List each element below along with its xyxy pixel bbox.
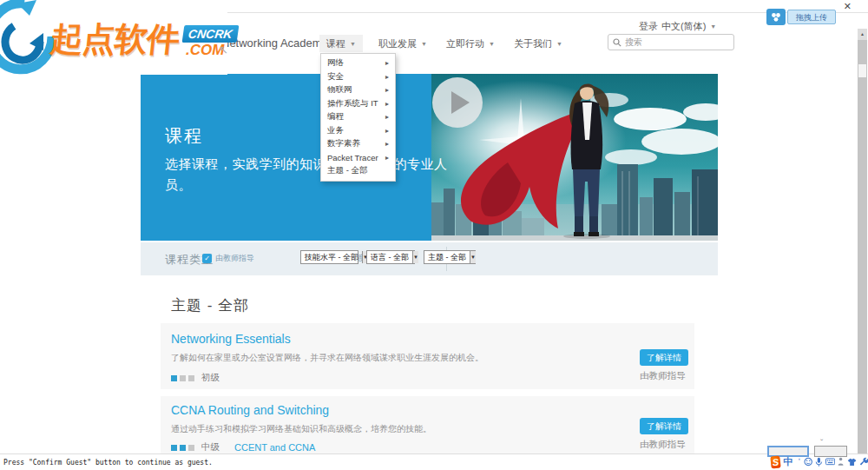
menu-item-iot[interactable]: 物联网▸ xyxy=(321,83,395,97)
sogou-logo-icon[interactable]: S xyxy=(770,455,781,468)
share-icon-glyph xyxy=(770,11,782,23)
menu-item-os-it[interactable]: 操作系统与 IT▸ xyxy=(321,97,395,111)
course-card-ccna: CCNA Routing and Switching 通过动手练习和模拟学习网络… xyxy=(161,396,694,462)
level-label: 中级 xyxy=(201,441,220,453)
topic-value: 主题 - 全部 xyxy=(424,252,470,263)
swirl-logo-icon xyxy=(0,0,54,75)
course-title-link[interactable]: Networking Essentials xyxy=(171,332,291,346)
level-indicator: 初级 xyxy=(171,372,220,384)
instructor-led-label: 由教师指导 xyxy=(215,253,254,264)
screen: ✕ 拖拽上传 起点软件 CNCRK .COM ↖ Networking Acad… xyxy=(0,0,868,470)
submenu-arrow-icon: ▸ xyxy=(385,140,389,148)
nav-about[interactable]: 关于我们 ▼ xyxy=(507,35,569,52)
menu-item-label: 安全 xyxy=(327,71,344,83)
course-card-networking-essentials: Networking Essentials 了解如何在家里或办公室设置网络，并寻… xyxy=(161,323,694,389)
chevron-down-icon: ▼ xyxy=(421,41,427,47)
course-description: 通过动手练习和模拟学习网络基础知识和高级概念，培养您的技能。 xyxy=(171,423,431,435)
level-label: 初级 xyxy=(201,372,220,384)
delivery-mode-label: 由教师指导 xyxy=(640,370,686,382)
upload-extension-overlay[interactable]: 拖拽上传 xyxy=(766,9,836,25)
menu-item-label: Packet Tracer xyxy=(327,153,378,162)
language-selector[interactable]: 中文(简体) ▼ xyxy=(661,20,716,33)
nav-get-started-label: 立即行动 xyxy=(446,37,484,50)
menu-item-business[interactable]: 业务▸ xyxy=(321,124,395,138)
scroll-up-icon[interactable]: ▲ xyxy=(858,29,867,40)
search-input[interactable] xyxy=(625,37,729,47)
netacad-brand[interactable]: Networking Academy xyxy=(221,36,327,50)
scrollbar-thumb[interactable] xyxy=(858,64,866,77)
language-value: 语言 - 全部 xyxy=(367,252,412,263)
submenu-arrow-icon: ▸ xyxy=(385,154,389,162)
wrench-icon[interactable] xyxy=(859,456,868,467)
share-icon[interactable] xyxy=(766,9,786,25)
person-icon[interactable] xyxy=(838,456,844,467)
chevron-down-icon: ▼ xyxy=(350,41,356,47)
chevron-down-icon: ▼ xyxy=(710,23,716,30)
language-label: 中文(简体) xyxy=(661,20,706,33)
level-indicator: 中级 CCENT and CCNA xyxy=(171,441,315,453)
submenu-arrow-icon: ▸ xyxy=(385,73,389,81)
hero-title: 课程 xyxy=(165,124,203,148)
nav-courses[interactable]: 课程 ▼ xyxy=(319,35,363,52)
chevron-down-icon: ▼ xyxy=(489,41,495,47)
ime-language-toggle[interactable]: 中 xyxy=(783,455,792,468)
instructor-led-checkbox[interactable]: ✓ 由教师指导 xyxy=(202,253,254,264)
menu-item-network[interactable]: 网络▸ xyxy=(321,56,395,70)
hero-banner: 课程 选择课程，实践学到的知识，成为抢手的专业人员。 xyxy=(141,74,718,241)
skin-shirt-icon[interactable] xyxy=(847,457,857,467)
nav-about-label: 关于我们 xyxy=(514,37,552,50)
submenu-arrow-icon: ▸ xyxy=(385,127,389,135)
course-title-link[interactable]: CCNA Routing and Switching xyxy=(171,403,329,417)
play-button[interactable] xyxy=(432,77,483,128)
watermark-brand: 起点软件 xyxy=(48,17,181,62)
chevron-down-icon: ▼ xyxy=(556,41,562,47)
page-title: 主题 - 全部 xyxy=(171,295,249,315)
learn-more-button[interactable]: 了解详情 xyxy=(640,418,688,434)
ccent-ccna-link[interactable]: CCENT and CCNA xyxy=(234,442,315,453)
chevron-down-icon: ▼ xyxy=(412,251,418,263)
menu-item-label: 主题 - 全部 xyxy=(327,165,367,176)
nav-courses-label: 课程 xyxy=(326,37,345,50)
keyboard-icon[interactable] xyxy=(825,457,835,467)
drag-upload-button[interactable]: 拖拽上传 xyxy=(787,10,836,24)
ime-punctuation-toggle[interactable]: ＇ xyxy=(795,456,801,467)
courses-dropdown-menu: 网络▸ 安全▸ 物联网▸ 操作系统与 IT▸ 编程▸ 业务▸ 数字素养▸ Pac… xyxy=(320,53,396,182)
menu-item-label: 数字素养 xyxy=(327,138,360,149)
menu-item-label: 编程 xyxy=(327,111,344,122)
nav-careers[interactable]: 职业发展 ▼ xyxy=(372,35,434,52)
status-text: Press "Confirm Guest" button to continue… xyxy=(3,459,213,467)
level-square-filled xyxy=(171,445,177,451)
microphone-icon[interactable] xyxy=(815,456,823,468)
submenu-arrow-icon: ▸ xyxy=(385,100,389,108)
menu-item-digital-literacy[interactable]: 数字素养▸ xyxy=(321,137,395,151)
status-bar: Press "Confirm Guest" button to continue… xyxy=(0,453,868,470)
play-icon xyxy=(451,91,470,114)
menu-item-packet-tracer[interactable]: Packet Tracer▸ xyxy=(321,151,395,165)
nav-careers-label: 职业发展 xyxy=(378,37,417,50)
level-square-empty xyxy=(188,375,194,381)
login-link[interactable]: 登录 xyxy=(639,20,658,33)
ime-toolbar: S 中 ＇ xyxy=(771,453,868,470)
watermark-badge: CNCRK xyxy=(182,25,239,43)
menu-item-security[interactable]: 安全▸ xyxy=(321,70,395,84)
emoji-icon[interactable] xyxy=(804,456,812,467)
scrollbar[interactable]: ▲ xyxy=(858,29,867,453)
skill-level-value: 技能水平 - 全部 xyxy=(301,252,362,263)
language-select[interactable]: 语言 - 全部 ▼ xyxy=(366,250,415,264)
menu-item-programming[interactable]: 编程▸ xyxy=(321,110,395,124)
site-watermark: 起点软件 CNCRK .COM ↖ xyxy=(0,0,227,75)
submenu-arrow-icon: ▸ xyxy=(385,59,389,67)
close-icon[interactable]: ✕ xyxy=(844,1,852,12)
skill-level-select[interactable]: 技能水平 - 全部 ▼ xyxy=(300,250,358,264)
search-box[interactable] xyxy=(608,34,734,50)
filter-bar: 课程类型 ✓ 由教师指导 ✓ 自定进度 技能水平 - 全部 ▼ 语言 - 全部 … xyxy=(141,242,718,275)
topic-select[interactable]: 主题 - 全部 ▼ xyxy=(424,250,476,264)
search-icon xyxy=(613,38,621,47)
delivery-mode-label: 由教师指导 xyxy=(640,439,686,451)
nav-get-started[interactable]: 立即行动 ▼ xyxy=(439,35,502,52)
cursor-arrow-icon: ↖ xyxy=(219,43,228,56)
menu-item-topic-all[interactable]: 主题 - 全部 xyxy=(321,164,395,178)
submenu-arrow-icon: ▸ xyxy=(385,86,389,94)
menu-item-label: 业务 xyxy=(327,125,344,136)
learn-more-button[interactable]: 了解详情 xyxy=(640,349,688,366)
